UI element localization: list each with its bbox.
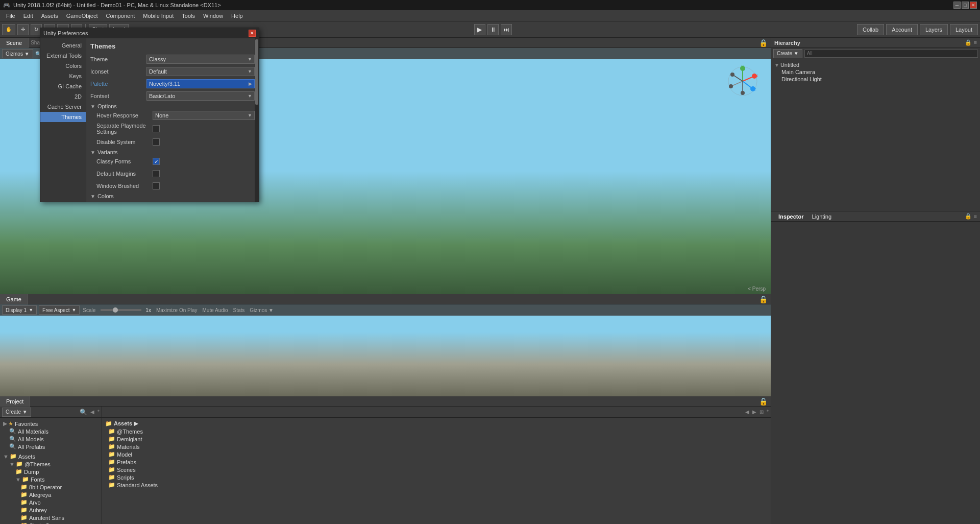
iconset-dropdown[interactable]: Default ▼ — [146, 67, 255, 76]
right-asset-standard-assets[interactable]: 📁Standard Assets — [104, 481, 769, 489]
palette-dropdown[interactable]: Novelty/3.11 ▶ — [146, 79, 255, 88]
all-prefabs-item[interactable]: 🔍 All Prefabs — [8, 443, 100, 450]
separate-checkbox[interactable] — [153, 125, 160, 132]
project-lock[interactable]: 🔒 — [756, 397, 771, 406]
play-btn[interactable]: ▶ — [474, 24, 485, 35]
options-section[interactable]: ▼ Options — [90, 103, 255, 109]
right-asset-scenes[interactable]: 📁Scenes — [104, 466, 769, 473]
font-item-aubrey[interactable]: 📁Aubrey — [2, 506, 100, 514]
project-search-icon[interactable]: 🔍 — [80, 409, 87, 416]
default-margins-checkbox[interactable] — [153, 170, 160, 177]
pref-nav-cacheserver[interactable]: Cache Server — [40, 102, 86, 112]
maximize-btn[interactable]: □ — [962, 2, 969, 9]
pref-nav-themes[interactable]: Themes — [40, 112, 86, 122]
window-brushed-checkbox[interactable] — [153, 182, 160, 189]
project-tab[interactable]: Project — [0, 396, 30, 407]
right-asset-scripts[interactable]: 📁Scripts — [104, 473, 769, 481]
pref-nav-gicache[interactable]: GI Cache — [40, 81, 86, 91]
dump-item[interactable]: 📁 Dump — [14, 468, 100, 475]
main-camera-item[interactable]: Main Camera — [773, 68, 978, 76]
title-controls[interactable]: ─ □ ✕ — [953, 2, 977, 9]
hierarchy-menu-icon[interactable]: ≡ — [974, 39, 977, 46]
gizmos-btn[interactable]: Gizmos ▼ — [2, 49, 33, 58]
scene-tab[interactable]: Scene — [0, 38, 29, 48]
menu-gameobject[interactable]: GameObject — [62, 12, 102, 20]
font-item-chela-one[interactable]: 📁Chela One — [2, 521, 100, 524]
all-materials-item[interactable]: 🔍 All Materials — [8, 427, 100, 435]
pref-scrollbar[interactable] — [255, 38, 259, 202]
toolbar-hand[interactable]: ✋ — [2, 24, 15, 35]
classy-forms-checkbox[interactable]: ✓ — [153, 158, 160, 165]
menu-component[interactable]: Component — [102, 12, 139, 20]
untitled-item[interactable]: ▼ Untitled — [773, 61, 978, 68]
collab-btn[interactable]: Collab — [857, 24, 884, 35]
menu-mobileinput[interactable]: Mobile Input — [139, 12, 178, 20]
right-asset-prefabs[interactable]: 📁Prefabs — [104, 458, 769, 466]
menu-edit[interactable]: Edit — [19, 12, 37, 20]
all-models-item[interactable]: 🔍 All Models — [8, 435, 100, 443]
project-create-btn[interactable]: Create ▼ — [2, 408, 31, 417]
themes-folder-item[interactable]: ▼ 📁 @Themes — [8, 460, 100, 468]
assets-root-item[interactable]: ▼ 📁 Assets — [2, 452, 100, 460]
menu-tools[interactable]: Tools — [178, 12, 199, 20]
toolbar-move[interactable]: ✛ — [17, 24, 29, 35]
pref-body: General External Tools Colors Keys GI Ca… — [40, 38, 259, 202]
right-asset--themes[interactable]: 📁@Themes — [104, 427, 769, 435]
font-item-8bit-operator[interactable]: 📁8bit Operator — [2, 483, 100, 491]
project-panel-wrap: Project 🔒 Create ▼ 🔍 — [0, 396, 771, 524]
pause-btn[interactable]: ⏸ — [487, 24, 499, 35]
account-btn[interactable]: Account — [886, 24, 918, 35]
inspector-menu-icon[interactable]: ≡ — [974, 213, 977, 220]
close-btn[interactable]: ✕ — [970, 2, 977, 9]
fontset-dropdown[interactable]: Basic/Lato ▼ — [146, 91, 255, 101]
font-item-alegreya[interactable]: 📁Alegreya — [2, 491, 100, 498]
hover-dropdown[interactable]: None ▼ — [153, 111, 255, 120]
menu-file[interactable]: File — [2, 12, 19, 20]
hierarchy-lock-icon[interactable]: 🔒 — [965, 39, 972, 46]
project-toolbar-icon1: ◀ — [90, 409, 94, 415]
pref-nav-keys[interactable]: Keys — [40, 71, 86, 81]
assets-header-item[interactable]: 📁 Assets ▶ — [104, 420, 769, 427]
font-item-aurulent-sans[interactable]: 📁Aurulent Sans — [2, 514, 100, 521]
theme-dropdown[interactable]: Classy ▼ — [146, 55, 255, 64]
variants-section[interactable]: ▼ Variants — [90, 149, 255, 155]
favorites-item[interactable]: ▶ ★ Favorites — [2, 420, 100, 427]
game-lock[interactable]: 🔒 — [756, 295, 771, 303]
lighting-tab[interactable]: Lighting — [808, 212, 836, 221]
fonts-folder-item[interactable]: ▼ 📁 Fonts — [14, 475, 100, 483]
pref-nav-general[interactable]: General — [40, 40, 86, 51]
layout-btn[interactable]: Layout — [950, 24, 978, 35]
right-asset-materials[interactable]: 📁Materials — [104, 443, 769, 450]
scale-slider[interactable] — [101, 309, 141, 311]
disable-checkbox[interactable] — [153, 138, 160, 146]
scene-lock[interactable]: 🔒 — [756, 39, 771, 47]
layers-btn[interactable]: Layers — [920, 24, 948, 35]
assets-h-icon: 📁 — [105, 420, 112, 427]
scene-gizmo[interactable]: Y X Z — [725, 63, 761, 99]
font-label: Chela One — [29, 522, 56, 525]
inspector-tab[interactable]: Inspector — [774, 212, 808, 221]
step-btn[interactable]: ⏭ — [501, 24, 512, 35]
pref-close-btn[interactable]: ✕ — [249, 30, 256, 37]
menu-help[interactable]: Help — [227, 12, 247, 20]
palette-label[interactable]: Palette — [90, 81, 146, 87]
hierarchy-create-btn[interactable]: Create ▼ — [773, 49, 802, 58]
menu-assets[interactable]: Assets — [37, 12, 62, 20]
inspector-lock-icon[interactable]: 🔒 — [965, 213, 972, 220]
pref-nav-external[interactable]: External Tools — [40, 51, 86, 61]
colors-section[interactable]: ▼ Colors — [90, 193, 255, 199]
hierarchy-search[interactable] — [804, 50, 978, 58]
directional-light-item[interactable]: Directional Light — [773, 76, 978, 83]
inspector-content — [771, 222, 980, 524]
aspect-dropdown[interactable]: Free Aspect ▼ — [39, 305, 80, 315]
right-asset-demigiant[interactable]: 📁Demigiant — [104, 435, 769, 443]
game-tab[interactable]: Game — [0, 294, 28, 304]
font-folder-icon: 📁 — [20, 507, 28, 513]
pref-nav-2d[interactable]: 2D — [40, 91, 86, 102]
pref-nav-colors[interactable]: Colors — [40, 61, 86, 71]
font-item-arvo[interactable]: 📁Arvo — [2, 498, 100, 506]
menu-window[interactable]: Window — [199, 12, 227, 20]
display-dropdown[interactable]: Display 1 ▼ — [2, 305, 37, 315]
minimize-btn[interactable]: ─ — [953, 2, 961, 9]
right-asset-model[interactable]: 📁Model — [104, 450, 769, 458]
